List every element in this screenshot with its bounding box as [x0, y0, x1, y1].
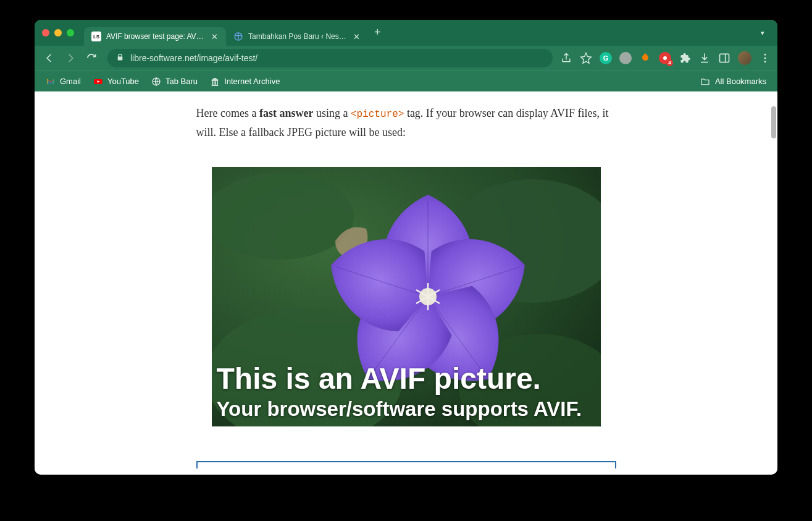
toolbar-actions: G 4 — [560, 51, 771, 65]
minimize-window-button[interactable] — [54, 29, 62, 36]
bookmark-tab-baru[interactable]: Tab Baru — [146, 74, 203, 89]
tab-close-button[interactable]: ✕ — [210, 32, 219, 41]
close-window-button[interactable] — [42, 29, 49, 36]
window-controls — [42, 29, 74, 36]
extension-red-icon[interactable]: 4 — [659, 52, 671, 64]
gmail-icon — [46, 77, 56, 87]
callout-box-top — [196, 461, 616, 468]
bookmark-label: Internet Archive — [224, 77, 280, 86]
code-picture-tag: <picture> — [351, 109, 404, 120]
overlay-subheading: Your browser/software supports AVIF. — [217, 397, 582, 421]
bookmark-gmail[interactable]: Gmail — [41, 74, 86, 89]
reload-button[interactable] — [83, 49, 100, 67]
kebab-menu-icon[interactable] — [759, 52, 771, 64]
archive-icon — [210, 77, 220, 87]
article: Here comes a fast answer using a <pictur… — [196, 91, 616, 475]
bookmark-internet-archive[interactable]: Internet Archive — [205, 74, 285, 89]
bookmark-label: YouTube — [107, 77, 139, 86]
all-bookmarks-button[interactable]: All Bookmarks — [695, 74, 771, 89]
svg-point-2 — [764, 54, 766, 56]
side-panel-icon[interactable] — [718, 52, 730, 64]
folder-icon — [700, 77, 710, 87]
tab-active[interactable]: LS AVIF browser test page: AVIF s ✕ — [84, 27, 226, 46]
extension-badge: 4 — [666, 59, 673, 66]
toolbar: libre-software.net/image/avif-test/ G 4 — [35, 46, 777, 70]
intro-paragraph: Here comes a fast answer using a <pictur… — [196, 104, 616, 142]
bookmarks-bar: Gmail YouTube Tab Baru Internet Archive … — [35, 70, 777, 91]
tab-favicon — [233, 32, 243, 41]
tab-favicon: LS — [91, 32, 101, 41]
extension-orange-icon[interactable] — [639, 52, 651, 64]
avif-test-image: This is an AVIF picture. Your browser/so… — [212, 167, 601, 426]
svg-point-4 — [764, 61, 766, 62]
svg-point-3 — [764, 57, 766, 59]
profile-avatar[interactable] — [738, 51, 751, 65]
forward-button[interactable] — [62, 49, 79, 67]
back-button[interactable] — [41, 49, 58, 67]
tab-title: AVIF browser test page: AVIF s — [106, 32, 205, 41]
download-icon[interactable] — [698, 52, 711, 64]
tab-overflow-button[interactable]: ▾ — [755, 29, 770, 37]
scrollbar-thumb[interactable] — [771, 106, 776, 138]
url-text: libre-software.net/image/avif-test/ — [130, 53, 544, 63]
tab-strip: LS AVIF browser test page: AVIF s ✕ Tamb… — [84, 20, 755, 46]
share-icon[interactable] — [560, 52, 572, 64]
tab-inactive[interactable]: Tambahkan Pos Baru ‹ Nesaba ✕ — [226, 27, 368, 46]
svg-point-8 — [212, 173, 354, 260]
extension-grammarly-icon[interactable]: G — [600, 52, 612, 64]
svg-rect-1 — [720, 54, 729, 62]
address-bar[interactable]: libre-software.net/image/avif-test/ — [107, 49, 553, 67]
lock-icon — [116, 53, 124, 64]
overlay-heading: This is an AVIF picture. — [217, 363, 582, 396]
all-bookmarks-label: All Bookmarks — [715, 77, 766, 86]
page-content: Here comes a fast answer using a <pictur… — [35, 91, 777, 475]
scrollbar[interactable] — [769, 91, 777, 475]
titlebar: LS AVIF browser test page: AVIF s ✕ Tamb… — [35, 20, 777, 46]
svg-point-0 — [663, 56, 667, 60]
globe-icon — [151, 77, 161, 87]
tab-close-button[interactable]: ✕ — [352, 32, 361, 41]
browser-window: LS AVIF browser test page: AVIF s ✕ Tamb… — [35, 20, 777, 475]
youtube-icon — [93, 77, 103, 87]
bookmark-star-icon[interactable] — [580, 52, 592, 64]
maximize-window-button[interactable] — [67, 29, 74, 36]
extension-generic-icon[interactable] — [619, 52, 632, 64]
bookmark-label: Tab Baru — [165, 77, 198, 86]
tab-title: Tambahkan Pos Baru ‹ Nesaba — [248, 32, 347, 41]
bookmark-youtube[interactable]: YouTube — [88, 74, 144, 89]
extensions-puzzle-icon[interactable] — [679, 52, 691, 64]
new-tab-button[interactable]: + — [374, 26, 381, 40]
bookmark-label: Gmail — [60, 77, 81, 86]
image-overlay-text: This is an AVIF picture. Your browser/so… — [217, 363, 582, 421]
